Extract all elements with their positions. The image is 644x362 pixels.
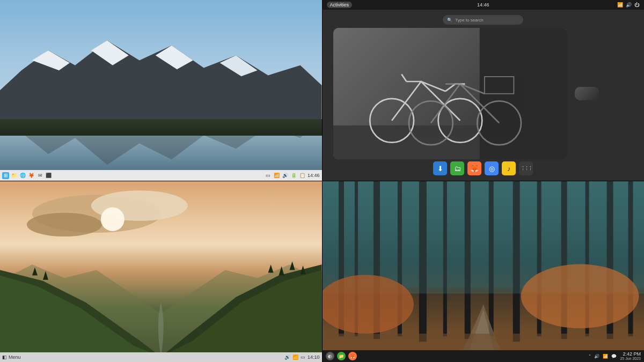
terminal-icon[interactable]: ⬛ — [45, 172, 52, 179]
desktop-cinnamon-valley: ◧ Menu 🔊 📶 ▭ 14:10 — [0, 181, 322, 362]
clipboard-icon[interactable]: 📋 — [299, 172, 306, 179]
search-input[interactable]: 🔍 Type to search — [443, 15, 523, 25]
taskbar: ◧ Menu 🔊 📶 ▭ 14:10 — [0, 352, 322, 362]
firefox-icon[interactable]: 🦊 — [467, 161, 481, 175]
svg-marker-23 — [268, 264, 274, 272]
network-icon[interactable]: 📶 — [292, 354, 298, 360]
svg-point-16 — [27, 213, 102, 237]
power-icon[interactable]: ⏻ — [634, 2, 640, 8]
wallpaper-forest — [323, 181, 645, 362]
notifications-icon[interactable]: 💬 — [611, 354, 617, 359]
wallpaper-valley — [0, 248, 322, 357]
mail-icon[interactable]: ✉ — [36, 172, 43, 179]
browser-icon[interactable]: 🌐 — [19, 172, 26, 179]
search-icon: 🔍 — [447, 18, 452, 23]
menu-button[interactable]: ◧ Menu — [2, 354, 21, 360]
network-icon[interactable]: 📶 — [617, 2, 623, 8]
network-icon[interactable]: 📶 — [603, 354, 608, 359]
dash: ⬇ 🗂 🦊 ◎ ♪ ⋮⋮⋮ — [323, 159, 645, 181]
music-icon[interactable]: ♪ — [502, 161, 516, 175]
desktop-gnome-overview: Activities 14:46 📶 🔊 ⏻ 🔍 Type to search — [323, 0, 645, 181]
activities-button[interactable]: Activities — [327, 2, 353, 8]
show-desktop-icon[interactable]: ▭ — [265, 172, 272, 179]
files-icon[interactable]: 📁 — [11, 172, 18, 179]
workspace-thumbnail-next[interactable] — [575, 87, 599, 100]
svg-marker-5 — [0, 136, 321, 165]
svg-point-46 — [521, 264, 639, 329]
search-placeholder: Type to search — [455, 18, 483, 23]
volume-icon[interactable]: 🔊 — [626, 2, 631, 8]
volume-icon[interactable]: 🔊 — [594, 354, 599, 359]
wallpaper-mountains — [0, 31, 322, 130]
menu-icon: ◧ — [2, 354, 7, 360]
clock[interactable]: 14:10 — [308, 354, 320, 360]
clock[interactable]: 14:46 — [477, 2, 489, 8]
files-icon[interactable]: 🗂 — [450, 161, 464, 175]
files-icon[interactable]: 📁 — [337, 352, 346, 360]
distro-logo-icon[interactable]: ◐ — [326, 352, 334, 360]
network-icon[interactable]: 📶 — [273, 172, 280, 179]
desktop-kde-mountain: ⊞ 📁 🌐 🦊 ✉ ⬛ ▭ 📶 🔊 🔋 📋 14:46 — [0, 0, 322, 181]
app-launcher-icon[interactable]: ⊞ — [2, 172, 9, 179]
clock[interactable]: 14:46 — [308, 173, 320, 178]
workspace-thumbnail[interactable] — [333, 28, 567, 159]
menu-label: Menu — [9, 354, 21, 360]
downloads-icon[interactable]: ⬇ — [433, 161, 447, 175]
svg-point-17 — [101, 208, 125, 231]
battery-icon[interactable]: 🔋 — [290, 172, 297, 179]
volume-icon[interactable]: 🔊 — [282, 172, 289, 179]
top-bar: Activities 14:46 📶 🔊 ⏻ — [323, 0, 645, 10]
clock-time: 2:42 PM — [620, 352, 641, 357]
show-desktop-icon[interactable]: ▭ — [301, 354, 305, 360]
wallpaper-bicycles-bw — [575, 87, 599, 100]
firefox-icon[interactable]: 🦊 — [28, 172, 35, 179]
chevron-up-icon[interactable]: ˄ — [589, 354, 591, 359]
firefox-icon[interactable]: 🦊 — [348, 352, 357, 360]
wallpaper-bicycles-bw — [333, 28, 567, 159]
apps-grid-icon[interactable]: ⋮⋮⋮ — [519, 161, 533, 175]
taskbar: ⊞ 📁 🌐 🦊 ✉ ⬛ ▭ 📶 🔊 🔋 📋 14:46 — [0, 170, 322, 181]
clock-date: 25 Jun 2023 — [620, 357, 641, 360]
clock[interactable]: 2:42 PM 25 Jun 2023 — [620, 352, 641, 360]
wallpaper-reflection — [0, 136, 322, 175]
volume-icon[interactable]: 🔊 — [284, 354, 290, 360]
desktop-budgie-forest: ◐ 📁 🦊 ˄ 🔊 📶 💬 2:42 PM 25 Jun 2023 — [323, 181, 645, 362]
taskbar: ◐ 📁 🦊 ˄ 🔊 📶 💬 2:42 PM 25 Jun 2023 — [323, 350, 645, 362]
workspace-switcher — [323, 28, 645, 159]
chromium-icon[interactable]: ◎ — [485, 161, 499, 175]
